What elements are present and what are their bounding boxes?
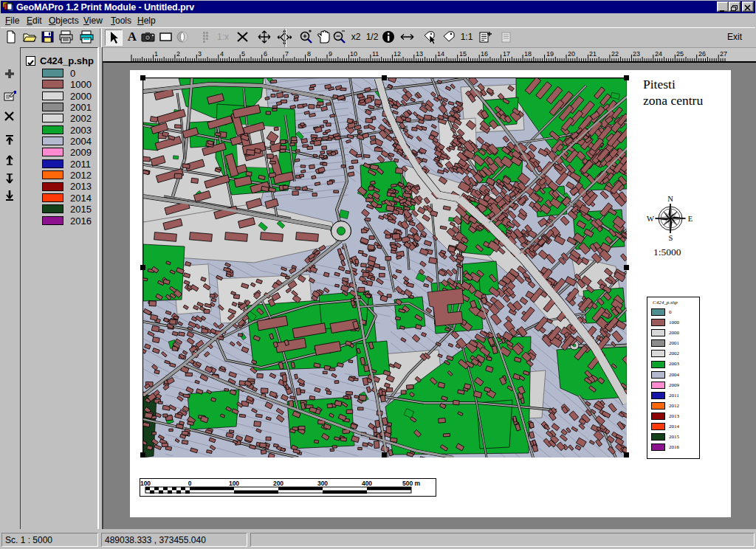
svg-text:17: 17 bbox=[503, 50, 510, 58]
svg-text:3: 3 bbox=[198, 50, 202, 58]
svg-text:13: 13 bbox=[416, 50, 423, 58]
svg-text:12: 12 bbox=[394, 50, 401, 58]
svg-text:6: 6 bbox=[264, 50, 267, 58]
svg-text:0: 0 bbox=[188, 480, 192, 487]
svg-text:23: 23 bbox=[633, 50, 640, 58]
svg-text:21: 21 bbox=[589, 50, 597, 58]
svg-text:300: 300 bbox=[317, 480, 328, 487]
svg-text:400: 400 bbox=[362, 480, 372, 487]
svg-text:19: 19 bbox=[546, 50, 554, 58]
svg-text:N: N bbox=[667, 195, 673, 203]
svg-text:20: 20 bbox=[568, 50, 575, 58]
svg-text:14: 14 bbox=[437, 50, 444, 58]
svg-text:25: 25 bbox=[676, 50, 684, 58]
svg-text:1: 1 bbox=[154, 50, 158, 58]
svg-text:22: 22 bbox=[611, 50, 619, 58]
svg-text:500 m: 500 m bbox=[402, 480, 421, 487]
svg-text:5: 5 bbox=[241, 50, 245, 58]
svg-text:10: 10 bbox=[350, 50, 357, 58]
svg-text:200: 200 bbox=[273, 480, 284, 487]
svg-text:8: 8 bbox=[307, 50, 311, 58]
svg-text:2: 2 bbox=[176, 50, 180, 58]
svg-text:16: 16 bbox=[481, 50, 488, 58]
svg-text:11: 11 bbox=[372, 50, 379, 58]
svg-text:S: S bbox=[669, 234, 673, 242]
svg-text:7: 7 bbox=[285, 50, 289, 58]
svg-text:15: 15 bbox=[459, 50, 467, 58]
svg-text:27: 27 bbox=[720, 50, 727, 58]
svg-text:100: 100 bbox=[140, 480, 151, 487]
svg-text:18: 18 bbox=[524, 50, 532, 58]
svg-text:9: 9 bbox=[329, 50, 332, 58]
svg-text:W: W bbox=[647, 215, 654, 223]
svg-text:E: E bbox=[688, 215, 693, 223]
svg-text:4: 4 bbox=[220, 50, 224, 58]
svg-text:100: 100 bbox=[229, 480, 239, 487]
svg-text:24: 24 bbox=[655, 50, 662, 58]
svg-text:26: 26 bbox=[698, 50, 706, 58]
